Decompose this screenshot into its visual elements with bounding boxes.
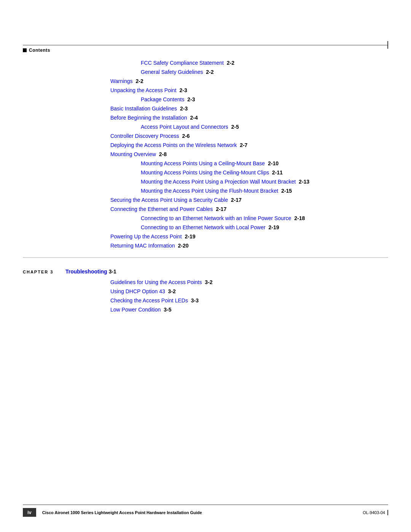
toc-page-checking-leds: 3-3 <box>190 297 199 305</box>
toc-entry-securing-cable: Securing the Access Point Using a Securi… <box>23 196 388 204</box>
toc-entry-returning-mac: Returning MAC Information 2-20 <box>23 242 388 250</box>
toc-title-guidelines-using[interactable]: Guidelines for Using the Access Points <box>110 278 202 286</box>
toc-title-connecting-ethernet[interactable]: Connecting the Ethernet and Power Cables <box>110 205 213 213</box>
toc-entry-access-point-layout: Access Point Layout and Connectors 2-5 <box>23 123 388 131</box>
footer-doc-number: OL-9403-04 <box>363 510 385 515</box>
toc-page-mounting-overview: 2-8 <box>158 150 167 158</box>
toc-title-before-beginning[interactable]: Before Beginning the Installation <box>110 114 187 122</box>
toc-title-mounting-ceiling-clips[interactable]: Mounting Access Points Using the Ceiling… <box>141 169 269 177</box>
footer-left: iv Cisco Aironet 1000 Series Lightweight… <box>23 508 202 517</box>
toc-page-access-point-layout: 2-5 <box>230 123 239 131</box>
toc-entry-fcc-safety: FCC Safety Compliance Statement 2-2 <box>23 59 388 67</box>
toc-entry-connecting-ethernet: Connecting the Ethernet and Power Cables… <box>23 205 388 213</box>
header-label: Contents <box>29 48 50 53</box>
toc-title-connecting-inline[interactable]: Connecting to an Ethernet Network with a… <box>141 214 291 222</box>
toc-title-mounting-ceiling-base[interactable]: Mounting Access Points Using a Ceiling-M… <box>141 160 265 168</box>
toc-entry-unpacking: Unpacking the Access Point 2-3 <box>23 86 388 94</box>
chapter3-title[interactable]: Troubleshooting <box>65 268 107 275</box>
toc-page-deploying: 2-7 <box>238 141 247 149</box>
toc-entry-mounting-ceiling-clips: Mounting Access Points Using the Ceiling… <box>23 169 388 177</box>
top-rule-end <box>387 41 388 49</box>
header-square-icon <box>23 48 27 52</box>
toc-title-checking-leds[interactable]: Checking the Access Point LEDs <box>110 297 188 305</box>
top-rule <box>23 45 388 45</box>
toc-title-connecting-local[interactable]: Connecting to an Ethernet Network with L… <box>141 224 266 232</box>
toc-page-mounting-projection: 2-13 <box>297 178 309 186</box>
toc-entry-guidelines-using: Guidelines for Using the Access Points 3… <box>23 278 388 286</box>
toc-entry-low-power: Low Power Condition 3-5 <box>23 306 388 314</box>
toc-title-warnings[interactable]: Warnings <box>110 77 133 85</box>
toc-page-basic-install: 2-3 <box>178 105 188 113</box>
chapter3-rule <box>23 257 388 258</box>
toc-entry-general-safety: General Safety Guidelines 2-2 <box>23 68 388 76</box>
footer-rule <box>23 505 388 505</box>
toc-entry-using-dhcp: Using DHCP Option 43 3-2 <box>23 288 388 296</box>
toc-title-returning-mac[interactable]: Returning MAC Information <box>110 242 175 250</box>
toc-page-mounting-ceiling-clips: 2-11 <box>271 169 283 177</box>
toc-page-low-power: 3-5 <box>162 306 171 314</box>
toc-title-access-point-layout[interactable]: Access Point Layout and Connectors <box>141 123 228 131</box>
footer-page-number: iv <box>23 508 36 517</box>
toc-page-mounting-flush: 2-15 <box>280 187 292 195</box>
page: Contents FCC Safety Compliance Statement… <box>0 0 411 532</box>
toc-title-mounting-flush[interactable]: Mounting the Access Point Using the Flus… <box>141 187 278 195</box>
toc-page-unpacking: 2-3 <box>178 86 187 94</box>
toc-page-mounting-ceiling-base: 2-10 <box>266 160 279 168</box>
toc-entry-basic-install: Basic Installation Guidelines 2-3 <box>23 105 388 113</box>
toc-title-unpacking[interactable]: Unpacking the Access Point <box>110 86 177 94</box>
toc-page-connecting-inline: 2-18 <box>293 214 305 222</box>
footer-right: OL-9403-04 <box>363 510 388 515</box>
toc-title-low-power[interactable]: Low Power Condition <box>110 306 161 314</box>
toc-page-package-contents: 2-3 <box>186 96 195 104</box>
toc-page-guidelines-using: 3-2 <box>203 278 212 286</box>
toc-page-warnings: 2-2 <box>134 77 143 85</box>
toc-entry-mounting-flush: Mounting the Access Point Using the Flus… <box>23 187 388 195</box>
toc-page-connecting-ethernet: 2-17 <box>214 205 226 213</box>
toc-title-general-safety[interactable]: General Safety Guidelines <box>141 68 203 76</box>
toc-entry-mounting-projection: Mounting the Access Point Using a Projec… <box>23 178 388 186</box>
toc-page-controller-discovery: 2-6 <box>181 132 190 140</box>
toc-content: FCC Safety Compliance Statement 2-2Gener… <box>23 59 388 315</box>
toc-page-returning-mac: 2-20 <box>177 242 189 250</box>
toc-page-connecting-local: 2-19 <box>267 224 279 232</box>
toc-entry-connecting-local: Connecting to an Ethernet Network with L… <box>23 224 388 232</box>
toc-page-general-safety: 2-2 <box>204 68 213 76</box>
toc-title-deploying[interactable]: Deploying the Access Points on the Wirel… <box>110 141 237 149</box>
toc-entry-warnings: Warnings 2-2 <box>23 77 388 85</box>
toc-entry-deploying: Deploying the Access Points on the Wirel… <box>23 141 388 149</box>
toc-page-before-beginning: 2-4 <box>189 114 198 122</box>
toc-title-powering-up[interactable]: Powering Up the Access Point <box>110 233 182 241</box>
toc-entry-controller-discovery: Controller Discovery Process 2-6 <box>23 132 388 140</box>
chapter2-entries: FCC Safety Compliance Statement 2-2Gener… <box>23 59 388 250</box>
toc-entry-mounting-ceiling-base: Mounting Access Points Using a Ceiling-M… <box>23 160 388 168</box>
footer-bar-icon <box>387 510 388 515</box>
toc-title-using-dhcp[interactable]: Using DHCP Option 43 <box>110 288 165 296</box>
chapter3-entries: Guidelines for Using the Access Points 3… <box>23 278 388 314</box>
toc-title-mounting-projection[interactable]: Mounting the Access Point Using a Projec… <box>141 178 296 186</box>
toc-title-fcc-safety[interactable]: FCC Safety Compliance Statement <box>141 59 224 67</box>
toc-entry-connecting-inline: Connecting to an Ethernet Network with a… <box>23 214 388 222</box>
toc-title-mounting-overview[interactable]: Mounting Overview <box>110 150 156 158</box>
toc-entry-powering-up: Powering Up the Access Point 2-19 <box>23 233 388 241</box>
toc-page-using-dhcp: 3-2 <box>167 288 176 296</box>
footer: iv Cisco Aironet 1000 Series Lightweight… <box>0 505 411 517</box>
toc-entry-before-beginning: Before Beginning the Installation 2-4 <box>23 114 388 122</box>
toc-title-controller-discovery[interactable]: Controller Discovery Process <box>110 132 179 140</box>
footer-doc-title: Cisco Aironet 1000 Series Lightweight Ac… <box>42 510 202 515</box>
toc-entry-package-contents: Package Contents 2-3 <box>23 96 388 104</box>
toc-title-package-contents[interactable]: Package Contents <box>141 96 184 104</box>
toc-title-basic-install[interactable]: Basic Installation Guidelines <box>110 105 177 113</box>
toc-entry-checking-leds: Checking the Access Point LEDs 3-3 <box>23 297 388 305</box>
chapter3-block: CHAPTER 3 Troubleshooting 3-1 <box>23 268 388 275</box>
toc-page-fcc-safety: 2-2 <box>225 59 234 67</box>
toc-page-securing-cable: 2-17 <box>229 196 242 204</box>
toc-title-securing-cable[interactable]: Securing the Access Point Using a Securi… <box>110 196 228 204</box>
toc-page-powering-up: 2-19 <box>183 233 196 241</box>
chapter3-label: CHAPTER 3 <box>23 270 61 274</box>
chapter3-page: 3-1 <box>109 268 116 275</box>
footer-content: iv Cisco Aironet 1000 Series Lightweight… <box>0 508 411 517</box>
toc-entry-mounting-overview: Mounting Overview 2-8 <box>23 150 388 158</box>
header: Contents <box>23 48 50 53</box>
